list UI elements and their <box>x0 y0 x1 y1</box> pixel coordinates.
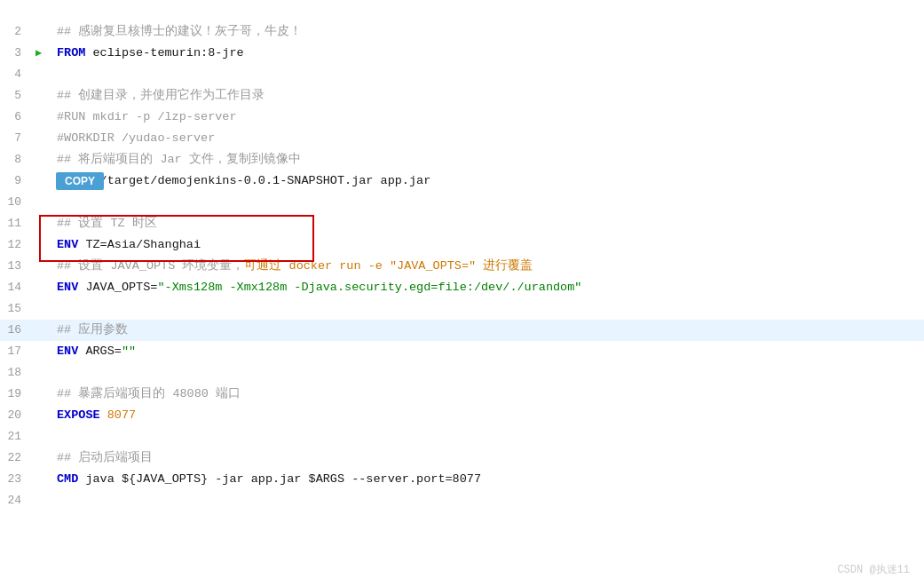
code-container: 2## 感谢复旦核博士的建议！灰子哥，牛皮！3▶FROM eclipse-tem… <box>0 0 924 586</box>
line-content: ## 启动后端项目 <box>53 447 924 469</box>
line-number <box>0 0 36 21</box>
line-number: 6 <box>0 107 36 128</box>
line-content <box>53 426 924 447</box>
line-number: 16 <box>0 320 36 341</box>
line-arrow <box>36 490 53 511</box>
line-arrow <box>36 426 53 447</box>
line-content: ## 暴露后端项目的 48080 端口 <box>53 384 924 405</box>
line-content: ## 应用参数 <box>53 320 924 341</box>
line-arrow <box>36 64 53 85</box>
line-number: 2 <box>0 21 36 43</box>
line-content <box>53 490 924 511</box>
line-number: 4 <box>0 64 36 85</box>
code-line: 3▶FROM eclipse-temurin:8-jre <box>0 43 924 64</box>
code-line: 2## 感谢复旦核博士的建议！灰子哥，牛皮！ <box>0 21 924 43</box>
code-line: 6#RUN mkdir -p /lzp-server <box>0 107 924 128</box>
line-arrow <box>36 298 53 320</box>
code-line: 11## 设置 TZ 时区 <box>0 213 924 234</box>
line-content: EXPOSE 8077 <box>53 405 924 426</box>
line-arrow <box>36 405 53 426</box>
line-number: 3 <box>0 43 36 64</box>
code-line: 17ENV ARGS="" <box>0 341 924 362</box>
line-content: ENV TZ=Asia/Shanghai <box>53 234 924 256</box>
line-arrow <box>36 447 53 469</box>
line-content: ## 设置 JAVA_OPTS 环境变量，可通过 docker run -e "… <box>53 256 924 277</box>
line-number: 21 <box>0 426 36 447</box>
line-number: 18 <box>0 362 36 384</box>
line-number: 17 <box>0 341 36 362</box>
line-number: 10 <box>0 192 36 213</box>
line-number: 20 <box>0 405 36 426</box>
line-content <box>53 0 924 21</box>
line-number: 11 <box>0 213 36 234</box>
line-content: ## 创建目录，并使用它作为工作目录 <box>53 85 924 107</box>
code-line: 9COPY ./target/demojenkins-0.0.1-SNAPSHO… <box>0 170 924 192</box>
line-number: 13 <box>0 256 36 277</box>
line-number: 23 <box>0 469 36 490</box>
line-number: 22 <box>0 447 36 469</box>
line-content: ## 将后端项目的 Jar 文件，复制到镜像中 <box>53 149 924 170</box>
line-arrow <box>36 277 53 298</box>
code-line: 5## 创建目录，并使用它作为工作目录 <box>0 85 924 107</box>
line-number: 5 <box>0 85 36 107</box>
line-content <box>53 362 924 384</box>
code-line: 22## 启动后端项目 <box>0 447 924 469</box>
line-arrow <box>36 469 53 490</box>
code-area: 2## 感谢复旦核博士的建议！灰子哥，牛皮！3▶FROM eclipse-tem… <box>0 0 924 511</box>
line-arrow <box>36 213 53 234</box>
line-arrow <box>36 149 53 170</box>
line-content: #RUN mkdir -p /lzp-server <box>53 107 924 128</box>
code-line: 21 <box>0 426 924 447</box>
line-content: ENV JAVA_OPTS="-Xms128m -Xmx128m -Djava.… <box>53 277 924 298</box>
code-line: 10 <box>0 192 924 213</box>
line-content: CMD java ${JAVA_OPTS} -jar app.jar $ARGS… <box>53 469 924 490</box>
code-line: 13## 设置 JAVA_OPTS 环境变量，可通过 docker run -e… <box>0 256 924 277</box>
code-line: 8## 将后端项目的 Jar 文件，复制到镜像中 <box>0 149 924 170</box>
line-arrow <box>36 234 53 256</box>
line-arrow <box>36 341 53 362</box>
line-content <box>53 192 924 213</box>
line-number: 15 <box>0 298 36 320</box>
code-line: 19## 暴露后端项目的 48080 端口 <box>0 384 924 405</box>
line-arrow <box>36 192 53 213</box>
code-line: 4 <box>0 64 924 85</box>
line-content: ## 设置 TZ 时区 <box>53 213 924 234</box>
line-number: 9 <box>0 170 36 192</box>
line-content: ## 感谢复旦核博士的建议！灰子哥，牛皮！ <box>53 21 924 43</box>
line-content <box>53 64 924 85</box>
line-number: 8 <box>0 149 36 170</box>
line-arrow: ▶ <box>36 43 53 64</box>
line-arrow <box>36 362 53 384</box>
code-line: 14ENV JAVA_OPTS="-Xms128m -Xmx128m -Djav… <box>0 277 924 298</box>
copy-button[interactable]: COPY <box>56 172 104 190</box>
code-line: 16## 应用参数 <box>0 320 924 341</box>
csdn-watermark: CSDN @执迷11 <box>837 562 910 577</box>
line-content <box>53 298 924 320</box>
line-arrow <box>36 85 53 107</box>
line-arrow <box>36 256 53 277</box>
code-line: 12ENV TZ=Asia/Shanghai <box>0 234 924 256</box>
code-line: 24 <box>0 490 924 511</box>
line-content: ENV ARGS="" <box>53 341 924 362</box>
line-arrow <box>36 21 53 43</box>
line-content: #WORKDIR /yudao-server <box>53 128 924 149</box>
line-content: COPY ./target/demojenkins-0.0.1-SNAPSHOT… <box>53 170 924 192</box>
line-number: 14 <box>0 277 36 298</box>
code-line: 20EXPOSE 8077 <box>0 405 924 426</box>
line-arrow <box>36 128 53 149</box>
code-line: 18 <box>0 362 924 384</box>
line-arrow <box>36 107 53 128</box>
line-content: FROM eclipse-temurin:8-jre <box>53 43 924 64</box>
line-number: 12 <box>0 234 36 256</box>
code-line: 7#WORKDIR /yudao-server <box>0 128 924 149</box>
line-number: 19 <box>0 384 36 405</box>
line-arrow <box>36 170 53 192</box>
line-arrow <box>36 0 53 21</box>
code-line: 23CMD java ${JAVA_OPTS} -jar app.jar $AR… <box>0 469 924 490</box>
line-arrow <box>36 320 53 341</box>
line-arrow <box>36 384 53 405</box>
line-number: 24 <box>0 490 36 511</box>
code-line: 15 <box>0 298 924 320</box>
line-number: 7 <box>0 128 36 149</box>
code-line <box>0 0 924 21</box>
